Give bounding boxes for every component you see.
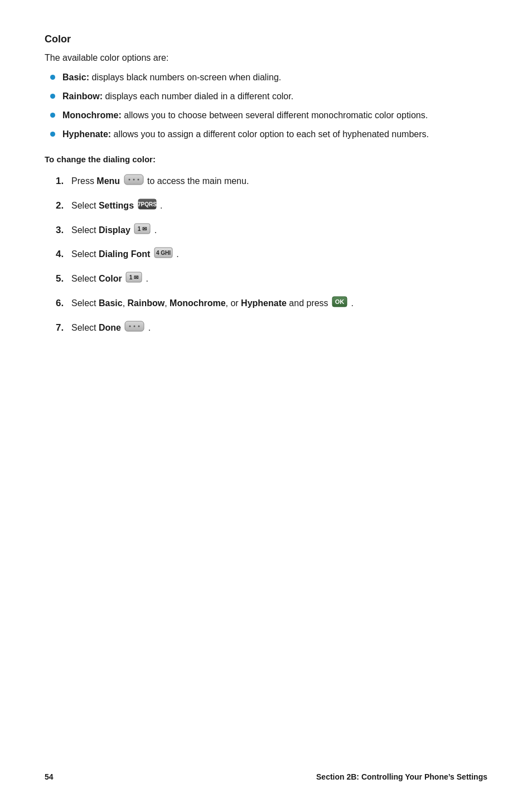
step-bold-monochrome: Monochrome xyxy=(170,298,225,308)
bullet-label-basic: Basic: xyxy=(62,72,89,82)
step-bold-basic: Basic xyxy=(99,298,123,308)
svg-point-2 xyxy=(133,179,134,181)
bullet-text-rainbow: displays each number dialed in a differe… xyxy=(105,91,293,101)
step-7: 7. Select Done xyxy=(56,321,487,336)
step-bold-color: Color xyxy=(99,274,122,283)
list-item: Monochrome: allows you to choose between… xyxy=(50,109,487,122)
step-text-2: . xyxy=(160,201,162,210)
step-bold-done: Done xyxy=(99,323,121,332)
step-5: 5. Select Color 1 ✉ . xyxy=(56,272,487,287)
step-content-1: Press Menu xyxy=(71,174,487,190)
step-number-1: 1. xyxy=(56,174,71,188)
step-text-5: . xyxy=(146,274,148,283)
step-text-3: . xyxy=(154,225,157,235)
svg-text:4 GHI: 4 GHI xyxy=(156,250,171,256)
svg-point-15 xyxy=(129,325,131,327)
step-number-4: 4. xyxy=(56,247,71,262)
menu-key-icon xyxy=(124,174,144,190)
subsection-title: To change the dialing color: xyxy=(45,154,487,164)
svg-text:OK: OK xyxy=(335,298,345,305)
section-title: Color xyxy=(45,33,487,45)
display-key-icon: 1 ✉ xyxy=(134,223,151,239)
step-bold-hyphenate: Hyphenate xyxy=(241,298,287,308)
step-content-7: Select Done xyxy=(71,321,487,336)
bullet-label-hyphenate: Hyphenate: xyxy=(62,129,111,139)
bullet-text-basic: displays black numbers on-screen when di… xyxy=(91,72,281,82)
step-content-5: Select Color 1 ✉ . xyxy=(71,272,487,287)
list-item: Hyphenate: allows you to assign a differ… xyxy=(50,128,487,141)
svg-point-17 xyxy=(138,325,140,327)
bullet-list: Basic: displays black numbers on-screen … xyxy=(45,71,487,141)
page-container: Color The available color options are: B… xyxy=(0,0,532,390)
bullet-label-monochrome: Monochrome: xyxy=(62,110,122,120)
step-number-6: 6. xyxy=(56,296,71,311)
done-key-icon xyxy=(124,321,144,336)
bullet-text-monochrome: allows you to choose between several dif… xyxy=(124,110,428,120)
step-text-6: . xyxy=(351,298,354,308)
svg-text:1 ✉: 1 ✉ xyxy=(129,274,139,280)
step-bold-dialingfont: Dialing Font xyxy=(99,250,150,259)
color-key-icon: 1 ✉ xyxy=(125,272,142,287)
step-bold-settings: Settings xyxy=(99,201,134,210)
step-2: 2. Select Settings 7PQRS xyxy=(56,199,487,214)
step-bold-display: Display xyxy=(99,225,130,235)
svg-point-16 xyxy=(134,325,136,327)
step-text-7: . xyxy=(148,323,151,332)
step-4: 4. Select Dialing Font 4 GHI xyxy=(56,247,487,263)
step-number-3: 3. xyxy=(56,223,71,238)
ok-key-icon: OK xyxy=(332,296,347,312)
step-number-5: 5. xyxy=(56,272,71,286)
step-3: 3. Select Display 1 ✉ xyxy=(56,223,487,239)
step-bold-menu: Menu xyxy=(96,176,120,186)
step-content-4: Select Dialing Font 4 GHI . xyxy=(71,247,487,263)
list-item: Rainbow: displays each number dialed in … xyxy=(50,90,487,103)
step-6: 6. Select Basic, Rainbow, Monochrome, or… xyxy=(56,296,487,312)
section-label: Section 2B: Controlling Your Phone’s Set… xyxy=(316,772,487,781)
page-number: 54 xyxy=(45,772,54,781)
step-number-7: 7. xyxy=(56,321,71,335)
step-text-1: to access the main menu. xyxy=(147,176,249,186)
page-footer: 54 Section 2B: Controlling Your Phone’s … xyxy=(45,772,487,781)
dialingfont-key-icon: 4 GHI xyxy=(154,247,173,263)
step-content-3: Select Display 1 ✉ . xyxy=(71,223,487,239)
step-text-4: . xyxy=(176,250,178,259)
svg-text:7PQRS: 7PQRS xyxy=(138,201,157,207)
step-content-2: Select Settings 7PQRS . xyxy=(71,199,487,214)
step-number-2: 2. xyxy=(56,199,71,213)
svg-point-1 xyxy=(128,179,130,181)
settings-key-icon: 7PQRS xyxy=(138,199,157,214)
list-item: Basic: displays black numbers on-screen … xyxy=(50,71,487,84)
svg-text:1 ✉: 1 ✉ xyxy=(138,226,147,232)
bullet-text-hyphenate: allows you to assign a different color o… xyxy=(114,129,429,139)
step-1: 1. Press Menu xyxy=(56,174,487,190)
step-content-6: Select Basic, Rainbow, Monochrome, or Hy… xyxy=(71,296,487,312)
steps-list: 1. Press Menu xyxy=(45,174,487,336)
step-bold-rainbow: Rainbow xyxy=(128,298,165,308)
intro-text: The available color options are: xyxy=(45,53,487,63)
svg-point-3 xyxy=(137,179,139,181)
bullet-label-rainbow: Rainbow: xyxy=(62,91,103,101)
